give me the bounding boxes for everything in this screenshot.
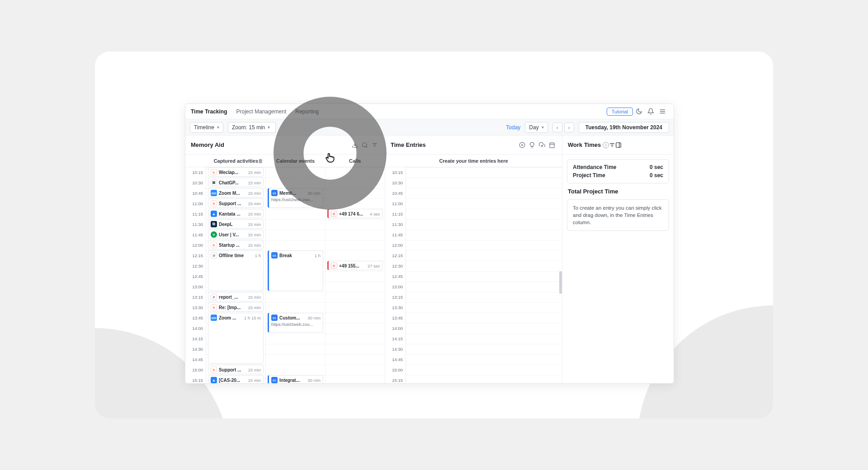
tab-project-management[interactable]: Project Management	[236, 108, 286, 115]
hubspot-icon: b	[211, 304, 217, 310]
time-tick: 13:15	[185, 292, 206, 302]
calendar-icon[interactable]	[547, 141, 557, 150]
download-icon[interactable]	[350, 141, 359, 150]
menu-icon[interactable]	[656, 106, 668, 118]
tab-time-tracking[interactable]: Time Tracking	[191, 108, 227, 115]
add-icon[interactable]	[518, 141, 527, 150]
zoom-select[interactable]: Zoom: 15 min▾	[228, 122, 276, 133]
cap-event[interactable]: bSupport ...15 min	[208, 365, 264, 374]
search-icon[interactable]	[360, 141, 369, 150]
event-duration: 15 min	[248, 170, 261, 175]
zoom-icon: zm	[211, 190, 217, 196]
event-subtitle: https://us02web.zoo...	[271, 197, 321, 202]
tutorial-button[interactable]: Tutorial	[607, 108, 633, 116]
voda-icon: V	[211, 231, 217, 238]
cap-event[interactable]: #report_...15 min	[208, 292, 264, 301]
time-tick: 12:00	[185, 240, 206, 250]
time-tick: 12:00	[385, 240, 406, 250]
filter-icon[interactable]	[370, 141, 379, 150]
event-duration: 15 min	[248, 295, 261, 300]
deepl-icon: ⧉	[211, 221, 217, 227]
view-select[interactable]: Timeline▾	[190, 122, 223, 133]
offline-icon: ⊘	[211, 252, 217, 258]
prev-button[interactable]: ‹	[552, 122, 562, 132]
time-tick: 11:30	[185, 219, 206, 230]
cap-event[interactable]: bWeclap...15 min	[208, 167, 264, 177]
event-duration: 27 sec	[368, 263, 380, 268]
project-time-value: 0 sec	[650, 172, 663, 179]
event-duration: 15 min	[248, 243, 261, 248]
event-duration: 30 min	[307, 378, 321, 383]
time-tick: 14:15	[185, 334, 206, 344]
info-icon[interactable]: i	[603, 142, 609, 148]
cap-event[interactable]: ▲Kantata ...15 min	[208, 209, 264, 218]
call-event[interactable]: C+49 174 6...4 sec	[327, 209, 383, 218]
time-tick: 14:00	[185, 323, 206, 334]
time-tick: 11:15	[185, 209, 206, 219]
cal-event[interactable]: ▭Memti...30 minhttps://us02web.zoo...	[268, 188, 323, 208]
memory-aid-title: Memory Aid	[191, 141, 224, 148]
entries-area[interactable]	[406, 167, 562, 383]
cal-event[interactable]: ▭Integrat...30 minhttps://us02web.zoo...	[268, 375, 323, 383]
event-duration: 15 min	[248, 201, 261, 206]
atlassian-icon: ▲	[211, 377, 217, 383]
event-duration: 15 min	[248, 212, 261, 216]
bell-icon[interactable]	[645, 106, 656, 118]
event-title: +49 174 6...	[339, 212, 368, 216]
time-tick: 13:15	[385, 292, 406, 302]
event-title: Re: [Imp...	[219, 305, 246, 310]
time-tick: 15:15	[185, 375, 206, 383]
chevron-down-icon: ▾	[542, 125, 544, 130]
event-duration: 1 h 15 m	[244, 315, 261, 320]
calendar-col-head: Calendar events	[266, 158, 326, 164]
next-button[interactable]: ›	[564, 122, 574, 132]
time-tick: 12:15	[185, 250, 206, 261]
cap-event[interactable]: ⧉DeepL15 min	[208, 219, 264, 229]
cap-event[interactable]: bStartup ...15 min	[208, 240, 264, 249]
time-tick: 10:45	[385, 188, 406, 198]
cap-event[interactable]: ⌘ChatGP...15 min	[208, 178, 264, 187]
event-title: User | V...	[219, 232, 246, 237]
calendar-event-icon: ▭	[271, 252, 278, 258]
cap-event[interactable]: bSupport ...15 min	[208, 198, 264, 208]
event-title: Memti...	[279, 191, 306, 196]
cap-event[interactable]: zmZoom M...15 min	[208, 188, 264, 197]
bulb-icon[interactable]	[528, 141, 537, 150]
captured-col-head: Captured activities🗑	[206, 158, 266, 164]
range-select[interactable]: Day▾	[525, 122, 547, 133]
hubspot-icon: b	[211, 169, 217, 175]
call-event[interactable]: C+49 155...27 sec	[327, 261, 383, 270]
cap-event[interactable]: ⊘Offline time1 h	[208, 250, 264, 291]
time-tick: 14:30	[185, 344, 206, 354]
expand-icon[interactable]	[615, 142, 622, 148]
svg-point-4	[363, 142, 367, 146]
event-duration: 30 min	[307, 191, 321, 196]
calendar-event-icon: ▭	[271, 190, 278, 196]
trash-icon[interactable]: 🗑	[258, 158, 263, 164]
hubspot-icon: b	[211, 200, 217, 207]
cap-event[interactable]: VUser | V...15 min	[208, 230, 264, 239]
svg-line-5	[366, 146, 368, 147]
cal-event[interactable]: ▭Break1 h	[268, 250, 323, 291]
today-link[interactable]: Today	[506, 124, 520, 131]
settings-icon[interactable]	[609, 142, 615, 148]
cap-event[interactable]: zmZoom ...1 h 15 m	[208, 313, 264, 364]
svg-rect-12	[550, 143, 555, 148]
event-duration: 1 h	[315, 253, 321, 258]
attendance-label: Attendance Time	[573, 164, 616, 170]
upload-icon[interactable]	[538, 141, 547, 150]
time-tick: 14:45	[185, 354, 206, 365]
scrollbar-thumb[interactable]	[559, 271, 562, 294]
moon-icon[interactable]	[633, 106, 645, 118]
time-tick: 12:45	[385, 271, 406, 282]
date-display[interactable]: Tuesday, 19th November 2024	[579, 122, 669, 133]
chevron-down-icon: ▾	[217, 125, 219, 130]
tab-reporting[interactable]: Reporting	[295, 108, 319, 115]
svg-rect-19	[616, 142, 621, 147]
toolbar: Timeline▾ Zoom: 15 min▾ Today Day▾ ‹ › T…	[185, 119, 674, 136]
cal-event[interactable]: ▭Custom...30 minhttps://us02web.zoo...	[268, 313, 323, 333]
time-tick: 14:45	[385, 354, 406, 365]
event-title: Support ...	[219, 367, 246, 372]
cap-event[interactable]: bRe: [Imp...15 min	[208, 302, 264, 312]
cap-event[interactable]: ▲[CAS-20...15 min	[208, 375, 264, 383]
